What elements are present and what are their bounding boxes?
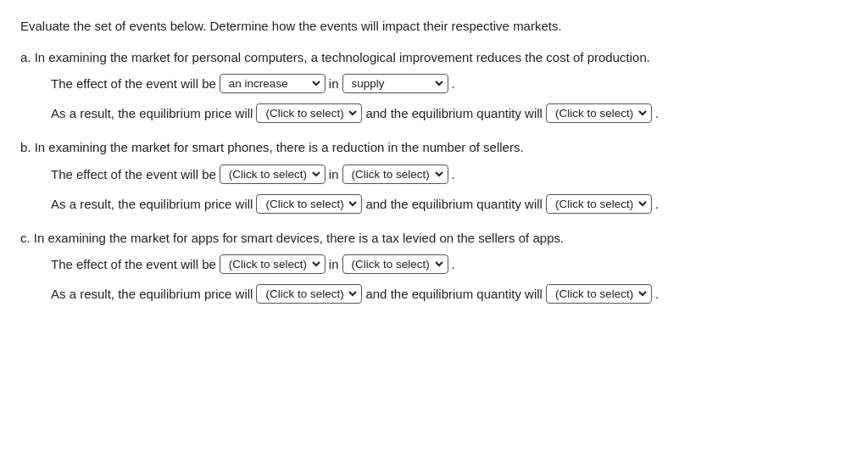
section-b-result-select2[interactable]: (Click to select)increasedecrease [546, 194, 652, 214]
section-a: a. In examining the market for personal … [20, 48, 848, 126]
section-a-effect-select1[interactable]: an increasea decrease(Click to select) [220, 74, 326, 93]
section-b-in-text: in [329, 163, 339, 186]
section-c: c. In examining the market for apps for … [20, 229, 848, 306]
section-c-result-line: As a result, the equilibrium price will(… [51, 282, 848, 305]
section-b-result-select1[interactable]: (Click to select)increasedecrease [256, 194, 362, 214]
section-b-effect-select2-input[interactable]: (Click to select)supplydemand [348, 167, 446, 181]
section-b-effect-period: . [452, 163, 455, 186]
section-c-and-text: and the equilibrium quantity will [365, 282, 542, 305]
section-b-effect-prefix: The effect of the event will be [51, 163, 216, 186]
section-b-effect-select2[interactable]: (Click to select)supplydemand [342, 165, 448, 184]
section-c-effect-select1-input[interactable]: (Click to select)an increasea decrease [225, 257, 323, 271]
section-a-effect-period: . [452, 72, 455, 95]
section-c-result-select1[interactable]: (Click to select)increasedecrease [256, 284, 362, 304]
section-b-label: b. In examining the market for smart pho… [20, 138, 848, 158]
section-a-effect-select1-input[interactable]: an increasea decrease(Click to select) [225, 76, 323, 91]
section-c-effect-prefix: The effect of the event will be [51, 253, 216, 276]
section-b: b. In examining the market for smart pho… [20, 138, 848, 215]
section-a-result-select2-input[interactable]: (Click to select)increasedecrease [552, 106, 649, 120]
section-c-effect-period: . [452, 253, 455, 276]
section-c-effect-select2[interactable]: (Click to select)supplydemand [342, 254, 448, 274]
section-a-label: a. In examining the market for personal … [20, 48, 848, 68]
section-c-effect-select2-input[interactable]: (Click to select)supplydemand [348, 257, 446, 271]
section-b-effect-select1-input[interactable]: (Click to select)an increasea decrease [225, 167, 323, 181]
section-b-result-select1-input[interactable]: (Click to select)increasedecrease [262, 197, 359, 211]
section-b-result-prefix: As a result, the equilibrium price will [51, 193, 253, 215]
section-a-result-select1[interactable]: (Click to select)increasedecrease [256, 103, 362, 123]
section-a-effect-line: The effect of the event will bean increa… [51, 72, 848, 95]
section-a-result-line: As a result, the equilibrium price will(… [51, 102, 848, 125]
section-c-effect-line: The effect of the event will be(Click to… [51, 253, 848, 276]
section-b-result-period: . [655, 193, 659, 215]
section-c-result-select2[interactable]: (Click to select)increasedecrease [546, 284, 652, 304]
section-c-result-prefix: As a result, the equilibrium price will [51, 282, 253, 305]
section-a-effect-select2-input[interactable]: supplydemand(Click to select) [348, 76, 446, 91]
section-a-result-prefix: As a result, the equilibrium price will [51, 102, 253, 125]
section-b-effect-line: The effect of the event will be(Click to… [51, 163, 848, 186]
intro-text: Evaluate the set of events below. Determ… [20, 17, 848, 36]
section-c-result-select1-input[interactable]: (Click to select)increasedecrease [262, 287, 359, 301]
section-a-result-period: . [655, 102, 659, 125]
section-b-result-line: As a result, the equilibrium price will(… [51, 193, 848, 215]
section-c-result-period: . [655, 282, 659, 305]
section-c-label: c. In examining the market for apps for … [20, 229, 848, 248]
section-a-and-text: and the equilibrium quantity will [365, 102, 542, 125]
section-c-effect-select1[interactable]: (Click to select)an increasea decrease [220, 254, 326, 274]
section-c-result-select2-input[interactable]: (Click to select)increasedecrease [552, 287, 649, 301]
section-a-result-select1-input[interactable]: (Click to select)increasedecrease [262, 106, 359, 120]
section-c-in-text: in [329, 253, 339, 276]
section-b-result-select2-input[interactable]: (Click to select)increasedecrease [552, 197, 649, 211]
section-a-effect-select2[interactable]: supplydemand(Click to select) [342, 74, 448, 93]
section-b-and-text: and the equilibrium quantity will [365, 193, 542, 215]
section-a-result-select2[interactable]: (Click to select)increasedecrease [546, 103, 652, 123]
section-a-effect-prefix: The effect of the event will be [51, 72, 216, 95]
section-a-in-text: in [329, 72, 339, 95]
section-b-effect-select1[interactable]: (Click to select)an increasea decrease [220, 165, 326, 184]
